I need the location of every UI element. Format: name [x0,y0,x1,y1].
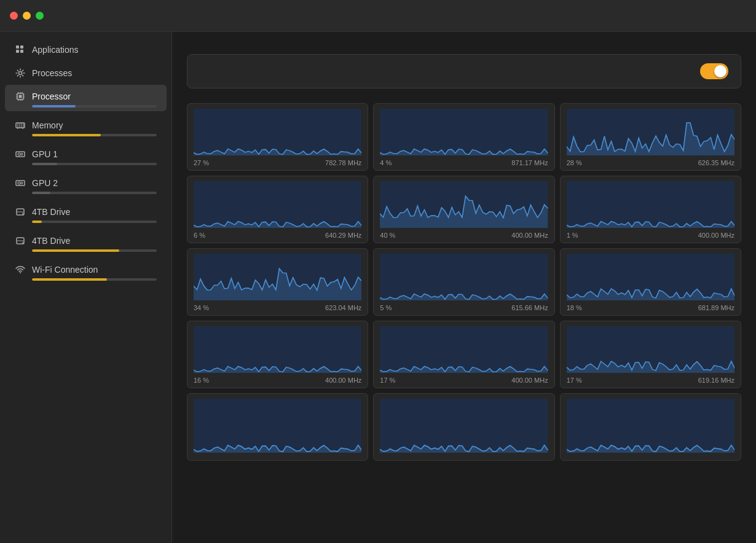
cpu-cell-4: 40 % 400.00 MHz [373,176,554,243]
cpu-chart-10 [380,326,548,373]
cpu-cell-2: 28 % 626.35 MHz [560,103,741,171]
sidebar-item-processor[interactable]: Processor [5,85,167,111]
cpu-percent-7: 5 % [380,304,392,311]
logical-cpu-toggle[interactable] [700,63,728,79]
svg-rect-39 [194,109,361,155]
cpu-stats-4: 40 % 400.00 MHz [380,232,548,239]
cpu-freq-8: 681.89 MHz [698,304,734,311]
svg-rect-51 [194,399,361,453]
cpu-grid: 27 % 782.78 MHz 4 % 871.17 MHz 28 % 626.… [187,103,741,461]
cpu-stats-8: 18 % 681.89 MHz [567,304,734,311]
cpu-chart-12 [194,399,361,453]
sidebar-bar-wifi [32,278,157,281]
cpu-chart-11 [567,326,734,373]
cpu-cell-6: 34 % 623.04 MHz [187,248,368,316]
sidebar-item-processes[interactable]: Processes [5,61,167,82]
sidebar-bar-container-memory [15,134,157,136]
svg-point-31 [21,182,23,184]
svg-rect-44 [567,181,734,228]
sidebar-label-wifi: Wi-Fi Connection [32,265,157,275]
drive-icon [15,206,26,217]
wifi-icon [15,264,26,275]
cpu-percent-8: 18 % [567,304,582,311]
cpu-stats-0: 27 % 782.78 MHz [194,159,361,166]
cpu-percent-0: 27 % [194,159,209,166]
grid-icon [15,44,26,55]
cpu-chart-6 [194,254,361,300]
cpu-stats-11: 17 % 619.16 MHz [567,377,734,384]
sidebar-bar-container-gpu2 [15,192,157,194]
sidebar-bar-container-gpu1 [15,163,157,165]
sidebar-bar-container-drive2 [15,249,157,252]
sidebar-bar-fill-memory [32,134,101,136]
sidebar-bar-fill-drive2 [32,249,119,252]
cpu-chart-14 [567,399,734,453]
sidebar-label-applications: Applications [32,45,157,55]
close-button[interactable] [10,12,18,20]
cpu-chart-5 [567,181,734,228]
cpu-freq-4: 400.00 MHz [511,232,548,239]
cpu-cell-1: 4 % 871.17 MHz [373,103,554,171]
sidebar-item-gpu1[interactable]: GPU 1 [5,143,167,169]
cpu-freq-3: 640.29 MHz [325,232,361,239]
cpu-percent-4: 40 % [380,232,395,239]
cpu-cell-10: 17 % 400.00 MHz [373,321,554,388]
sidebar-bar-drive1 [32,221,157,223]
gpu-icon [15,178,26,189]
svg-point-28 [21,154,23,155]
window-controls [10,12,53,20]
sidebar-item-gpu2[interactable]: GPU 2 [5,171,167,198]
cpu-percent-9: 16 % [194,377,209,384]
svg-rect-6 [19,95,22,98]
sidebar-label-processes: Processes [32,68,157,78]
cpu-freq-6: 623.04 MHz [325,304,361,311]
cpu-percent-6: 34 % [194,304,209,311]
sidebar-label-processor: Processor [32,92,157,101]
maximize-button[interactable] [36,12,44,20]
sidebar-item-drive2[interactable]: 4TB Drive [5,229,167,256]
svg-rect-46 [380,254,548,300]
cpu-chart-9 [194,326,361,373]
cpu-stats-6: 34 % 623.04 MHz [194,304,361,311]
cpu-chart-2 [567,109,734,155]
svg-rect-53 [567,399,734,453]
sidebar-bar-fill-wifi [32,278,107,281]
cpu-percent-1: 4 % [380,159,392,166]
cpu-chart-7 [380,254,548,300]
cpu-chart-3 [194,181,361,228]
sidebar-item-wifi[interactable]: Wi-Fi Connection [5,258,167,284]
cpu-icon [15,91,26,102]
sidebar-bar-container-wifi [15,278,157,281]
gpu-icon [15,149,26,160]
sidebar-bar-gpu1 [32,163,157,165]
svg-point-33 [22,213,23,214]
svg-rect-2 [16,50,19,53]
svg-rect-1 [20,45,23,49]
svg-point-36 [22,242,23,243]
cpu-stats-7: 5 % 615.66 MHz [380,304,548,311]
cpu-freq-1: 871.17 MHz [511,159,548,166]
cpu-freq-5: 400.00 MHz [698,232,734,239]
svg-point-38 [20,272,21,273]
cpu-stats-3: 6 % 640.29 MHz [194,232,361,239]
cpu-cell-8: 18 % 681.89 MHz [560,248,741,316]
svg-point-4 [19,72,22,75]
cpu-stats-2: 28 % 626.35 MHz [567,159,734,166]
cpu-cell-11: 17 % 619.16 MHz [560,321,741,388]
svg-rect-0 [16,45,19,49]
content-area: 27 % 782.78 MHz 4 % 871.17 MHz 28 % 626.… [172,32,756,543]
minimize-button[interactable] [23,12,31,20]
cpu-percent-11: 17 % [567,377,582,384]
cpu-freq-0: 782.78 MHz [325,159,361,166]
cpu-stats-9: 16 % 400.00 MHz [194,377,361,384]
sidebar-bar-gpu2 [32,192,157,194]
svg-rect-3 [20,50,23,53]
main-layout: Applications Processes Processor [0,32,756,543]
cpu-freq-9: 400.00 MHz [325,377,361,384]
sidebar-bar-memory [32,134,157,136]
svg-rect-40 [380,109,548,155]
sidebar-item-drive1[interactable]: 4TB Drive [5,200,167,227]
sidebar-bar-fill-gpu2 [32,192,50,194]
sidebar-item-applications[interactable]: Applications [5,38,167,59]
sidebar-item-memory[interactable]: Memory [5,114,167,140]
